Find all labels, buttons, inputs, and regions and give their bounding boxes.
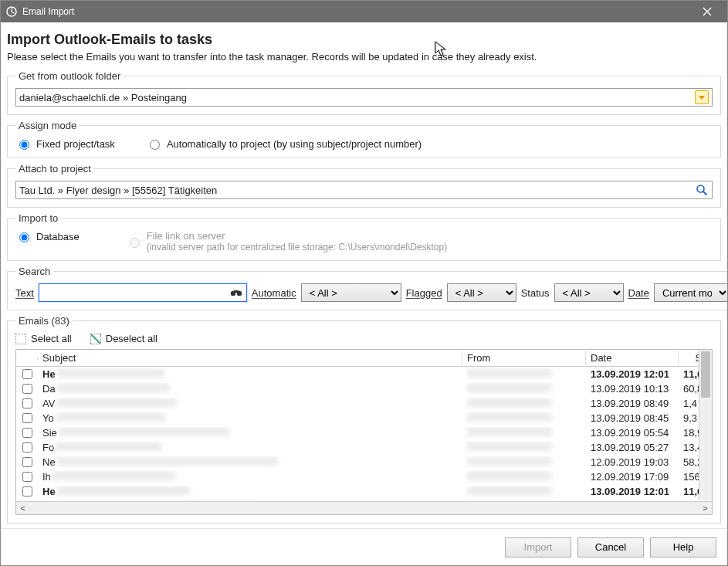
redacted-text: x xyxy=(57,368,164,378)
scrollbar-thumb[interactable] xyxy=(701,351,710,398)
email-table: Subject From Date Si Hexx13.09.2019 12:0… xyxy=(15,349,713,515)
scroll-left-icon[interactable]: < xyxy=(16,503,29,513)
row-checkbox[interactable] xyxy=(22,384,32,394)
assign-mode-fixed[interactable]: Fixed project/task xyxy=(15,137,115,150)
email-import-window: Email Import Import Outlook-Emails to ta… xyxy=(0,0,728,566)
redacted-text: x xyxy=(59,427,229,436)
row-subject-prefix: Da xyxy=(42,383,56,395)
row-checkbox[interactable] xyxy=(22,413,32,423)
status-label: Status xyxy=(521,287,550,299)
row-checkbox[interactable] xyxy=(22,472,32,482)
row-date: 13.09.2019 12:01 xyxy=(586,486,679,497)
radio-fixed[interactable] xyxy=(19,140,29,150)
select-all-button[interactable]: Select all xyxy=(15,333,72,344)
automatic-select[interactable]: < All > xyxy=(301,283,401,302)
redacted-text: x xyxy=(467,412,552,422)
redacted-text: x xyxy=(467,486,552,495)
table-row[interactable]: Foxx13.09.2019 05:2713,4 K xyxy=(16,440,712,455)
row-date: 12.09.2019 17:09 xyxy=(586,471,679,483)
table-row[interactable]: Yoxx13.09.2019 08:459,3 K xyxy=(16,411,712,425)
row-subject-prefix: Da xyxy=(42,500,56,501)
table-row[interactable]: Nexx12.09.2019 19:0358,2 K xyxy=(16,455,712,469)
table-row[interactable]: Hexx13.09.2019 12:0111,6 K xyxy=(16,484,712,499)
outlook-folder-picker[interactable]: daniela@schaelchli.de » Posteingang xyxy=(15,88,713,107)
redacted-text: x xyxy=(467,368,552,378)
import-to-filelink-label: File link on server xyxy=(147,230,448,242)
redacted-text: x xyxy=(52,471,176,480)
row-date: 13.09.2019 10:13 xyxy=(586,500,679,501)
redacted-text: x xyxy=(467,456,552,466)
deselect-all-icon xyxy=(90,334,101,344)
assign-mode-group: Assign mode Fixed project/task Automatic… xyxy=(7,120,721,158)
row-date: 13.09.2019 08:45 xyxy=(586,412,679,424)
deselect-all-button[interactable]: Deselect all xyxy=(90,333,157,344)
import-to-legend: Import to xyxy=(15,212,61,224)
assign-mode-auto[interactable]: Automatically to project (by using subje… xyxy=(146,137,422,150)
row-date: 13.09.2019 10:13 xyxy=(586,383,679,395)
table-row[interactable]: Siexx13.09.2019 05:5418,9 K xyxy=(16,425,712,440)
cancel-button[interactable]: Cancel xyxy=(577,537,644,558)
import-to-group: Import to Database File link on server (… xyxy=(7,212,721,261)
row-subject-prefix: AV xyxy=(42,398,55,409)
table-row[interactable]: Daxx13.09.2019 10:1360,8 K xyxy=(16,381,712,396)
row-subject-prefix: Fo xyxy=(42,442,54,453)
row-checkbox[interactable] xyxy=(22,369,32,379)
radio-database[interactable] xyxy=(19,232,29,242)
close-button[interactable] xyxy=(692,1,723,22)
search-icon[interactable] xyxy=(695,183,709,197)
col-subject[interactable]: Subject xyxy=(38,351,462,365)
row-checkbox[interactable] xyxy=(22,428,32,438)
import-to-filelink: File link on server (invalid server path… xyxy=(126,230,448,252)
redacted-text: x xyxy=(467,500,552,501)
table-row[interactable]: Hexx13.09.2019 12:0111,6 K xyxy=(16,367,712,381)
table-row[interactable]: AVxx13.09.2019 08:491,4 M xyxy=(16,396,712,411)
help-button[interactable]: Help xyxy=(650,537,716,558)
radio-auto[interactable] xyxy=(150,140,160,150)
vertical-scrollbar[interactable] xyxy=(699,350,712,500)
status-select[interactable]: < All > xyxy=(554,283,624,302)
select-all-label: Select all xyxy=(31,333,72,344)
folder-open-icon[interactable] xyxy=(695,90,709,104)
import-button[interactable]: Import xyxy=(505,537,571,558)
row-date: 12.09.2019 19:03 xyxy=(586,456,679,468)
table-row[interactable]: Daxx13.09.2019 10:1360,8 K xyxy=(16,499,712,501)
flagged-select[interactable]: < All > xyxy=(447,283,516,302)
redacted-text: x xyxy=(467,442,552,451)
attach-project-value: Tau Ltd. » Flyer design » [55562] Tätigk… xyxy=(19,185,695,196)
redacted-text: x xyxy=(57,500,254,501)
date-select[interactable]: Current month xyxy=(654,283,727,302)
attach-project-group: Attach to project Tau Ltd. » Flyer desig… xyxy=(7,163,721,208)
import-to-database[interactable]: Database xyxy=(15,230,80,242)
emails-legend: Emails (83) xyxy=(15,315,73,327)
scroll-right-icon[interactable]: > xyxy=(699,503,712,513)
redacted-text: x xyxy=(467,383,552,392)
page-subtitle: Please select the Emails you want to tra… xyxy=(7,51,721,63)
radio-filelink xyxy=(130,238,140,248)
row-checkbox[interactable] xyxy=(22,457,32,467)
titlebar: Email Import xyxy=(1,1,727,22)
assign-mode-auto-label: Automatically to project (by using subje… xyxy=(167,138,422,150)
row-checkbox[interactable] xyxy=(22,442,32,452)
table-body: Hexx13.09.2019 12:0111,6 KDaxx13.09.2019… xyxy=(16,367,712,501)
row-date: 13.09.2019 08:49 xyxy=(586,398,679,409)
deselect-all-label: Deselect all xyxy=(106,333,157,344)
row-checkbox[interactable] xyxy=(22,486,32,497)
window-title: Email Import xyxy=(22,6,692,17)
horizontal-scrollbar[interactable]: < > xyxy=(16,501,712,514)
attach-project-picker[interactable]: Tau Ltd. » Flyer design » [55562] Tätigk… xyxy=(15,181,713,199)
row-checkbox[interactable] xyxy=(22,398,32,408)
col-from[interactable]: From xyxy=(462,351,586,365)
attach-project-legend: Attach to project xyxy=(15,163,94,175)
search-input-wrap[interactable] xyxy=(39,283,247,302)
row-subject-prefix: Yo xyxy=(42,412,54,424)
binoculars-icon[interactable] xyxy=(229,286,243,300)
row-subject-prefix: He xyxy=(42,368,56,380)
outlook-folder-legend: Get from outlook folder xyxy=(15,70,124,82)
search-input[interactable] xyxy=(42,284,229,301)
search-legend: Search xyxy=(15,266,53,277)
row-date: 13.09.2019 05:27 xyxy=(586,442,679,453)
search-text-label: Text xyxy=(15,287,34,299)
row-date: 13.09.2019 05:54 xyxy=(586,427,679,439)
col-date[interactable]: Date xyxy=(586,351,679,365)
table-row[interactable]: Ihxx12.09.2019 17:09156,8 K xyxy=(16,469,712,484)
